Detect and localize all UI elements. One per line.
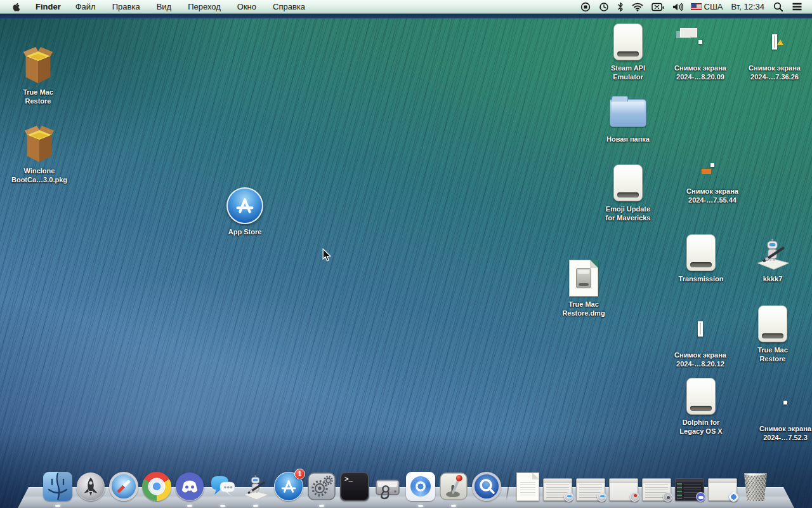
trash-full-icon (742, 469, 769, 501)
launchpad-icon (76, 472, 105, 501)
us-flag-icon (691, 3, 702, 10)
desktop-icon-transmission-drive[interactable]: Transmission (666, 232, 736, 283)
dock-safari[interactable] (109, 472, 138, 501)
dock-chromium[interactable] (406, 472, 435, 501)
minimized-window-icon (576, 478, 605, 501)
transmission-badge-icon (630, 492, 639, 502)
desktop-icon-label: True Mac Restore.dmg (549, 300, 619, 318)
desktop-icon-true-mac-restore-dmg[interactable]: True Mac Restore.dmg (549, 258, 619, 318)
finder-icon (43, 472, 72, 501)
desktop-icon-true-mac-restore-drive[interactable]: True Mac Restore (738, 304, 808, 364)
desktop-icon-label: Снимок экрана 2024-…7.52.3 (750, 424, 812, 443)
dock-discord[interactable] (175, 472, 204, 501)
removable-drive-icon (613, 23, 643, 60)
dock-chrome[interactable] (142, 472, 171, 501)
desktop-wallpaper: Finder Файл Правка Вид Переход Окно Спра… (0, 0, 812, 508)
dock-minimized-window-system-preferences[interactable] (642, 478, 671, 501)
menu-window[interactable]: Окно (229, 0, 265, 14)
desktop-icon-screenshot-82009[interactable]: Снимок экрана 2024-…8.20.09 (665, 22, 735, 82)
mouse-cursor (321, 248, 332, 265)
disk-utility-icon (373, 472, 402, 501)
screenshot-thumbnail (698, 40, 702, 44)
app-store-badge: 1 (294, 469, 305, 479)
dock-transmission[interactable] (439, 472, 468, 501)
bluetooth-icon[interactable] (615, 2, 625, 12)
volume-icon[interactable] (671, 3, 685, 11)
menu-clock[interactable]: Вт, 12:34 (728, 2, 767, 11)
desktop-icon-label: Emoji Update for Mavericks (593, 204, 663, 223)
dock-finder[interactable] (43, 472, 72, 501)
desktop-icon-label: Снимок экрана 2024-…7.55.44 (678, 187, 747, 205)
desktop-icon-screenshot-7523[interactable]: Снимок экрана 2024-…7.52.3 (750, 382, 812, 443)
wifi-icon[interactable] (630, 3, 645, 11)
dock-messages[interactable] (208, 472, 237, 501)
desktop-icon-screenshot-82012[interactable]: Снимок экрана 2024-…8.20.12 (665, 309, 735, 369)
removable-drive-icon (686, 234, 716, 271)
spotlight-icon[interactable] (771, 2, 785, 12)
dock-minimized-window-automator-1[interactable] (543, 478, 572, 501)
screenshot-thumbnail (710, 163, 714, 167)
desktop-icon-kkkk7[interactable]: kkkk7 (738, 232, 808, 283)
dock-terminal[interactable]: >_ (340, 472, 369, 501)
desktop-icon-label: Winclone BootCa…3.0.pkg (4, 166, 74, 185)
desktop-icon-steam-api-emulator[interactable]: Steam API Emulator (593, 22, 663, 82)
input-language-menu[interactable]: США (690, 2, 724, 11)
dock-launchpad[interactable] (76, 472, 105, 501)
desktop-icon-app-store[interactable]: App Store (210, 185, 280, 236)
menu-view[interactable]: Вид (148, 0, 180, 14)
transmission-icon (439, 472, 468, 501)
menu-finder[interactable]: Finder (27, 0, 67, 14)
messages-icon (208, 472, 237, 501)
automator-robot-icon (754, 234, 791, 271)
dock-minimized-window-chromium[interactable] (708, 478, 737, 501)
desktop-icon-label: App Store (210, 227, 280, 236)
input-source-icon[interactable] (650, 3, 666, 11)
desktop-icon-label: Steam API Emulator (593, 64, 663, 82)
discord-badge-icon (696, 492, 705, 502)
desktop-icon-winclone-pkg[interactable]: Winclone BootCa…3.0.pkg (4, 124, 74, 185)
record-stop-icon[interactable] (579, 2, 593, 12)
dock-trash[interactable] (741, 469, 769, 501)
removable-drive-icon (686, 378, 716, 415)
desktop-icon-true-mac-restore-pkg[interactable]: True Mac Restore (3, 46, 73, 106)
dock-text-document[interactable] (516, 472, 539, 501)
desktop-icon-new-folder[interactable]: Новая папка (593, 93, 663, 144)
dock-automator[interactable] (241, 472, 270, 501)
app-store-icon (226, 187, 263, 224)
dock-system-preferences[interactable] (307, 472, 336, 501)
dock-minimized-window-automator-2[interactable] (576, 478, 605, 501)
dock-minimized-window-discord[interactable] (675, 478, 704, 501)
minimized-window-icon (708, 478, 737, 501)
desktop-icon-screenshot-73626[interactable]: Снимок экрана 2024-…7.36.26 (740, 22, 809, 82)
safari-icon (109, 472, 138, 501)
chrome-icon (142, 472, 171, 501)
desktop-icon-label: Снимок экрана 2024-…7.36.26 (740, 64, 809, 82)
chromium-badge-icon (729, 492, 738, 502)
terminal-icon: >_ (340, 472, 369, 501)
dock-disk-utility[interactable] (373, 472, 402, 501)
discord-icon (175, 472, 204, 501)
menu-bar: Finder Файл Правка Вид Переход Окно Спра… (0, 0, 812, 14)
notification-center-icon[interactable] (790, 3, 804, 11)
dock-minimized-window-transmission[interactable] (609, 478, 638, 501)
dock-separator (506, 467, 512, 501)
desktop-icon-emoji-update[interactable]: Emoji Update for Mavericks (593, 163, 663, 223)
dock-app-store[interactable]: 1 (274, 472, 303, 501)
menu-go[interactable]: Переход (180, 0, 229, 14)
menu-file[interactable]: Файл (67, 0, 104, 14)
minimized-window-icon (642, 478, 671, 501)
quicktime-icon (472, 472, 501, 501)
desktop-icon-label: True Mac Restore (738, 345, 808, 364)
menu-edit[interactable]: Правка (104, 0, 148, 14)
removable-drive-icon (758, 305, 787, 342)
desktop-icon-dolphin[interactable]: Dolphin for Legacy OS X (666, 376, 736, 436)
menu-help[interactable]: Справка (265, 0, 313, 14)
desktop-icon-label: Dolphin for Legacy OS X (666, 418, 736, 436)
apple-menu[interactable] (0, 1, 27, 12)
desktop-icon-label: True Mac Restore (3, 88, 73, 106)
chromium-icon (406, 472, 435, 501)
dock: 1 >_ (0, 461, 812, 508)
time-machine-icon[interactable] (597, 2, 611, 12)
desktop-icon-screenshot-75544[interactable]: Снимок экрана 2024-…7.55.44 (678, 145, 747, 205)
dock-quicktime[interactable] (472, 472, 501, 501)
